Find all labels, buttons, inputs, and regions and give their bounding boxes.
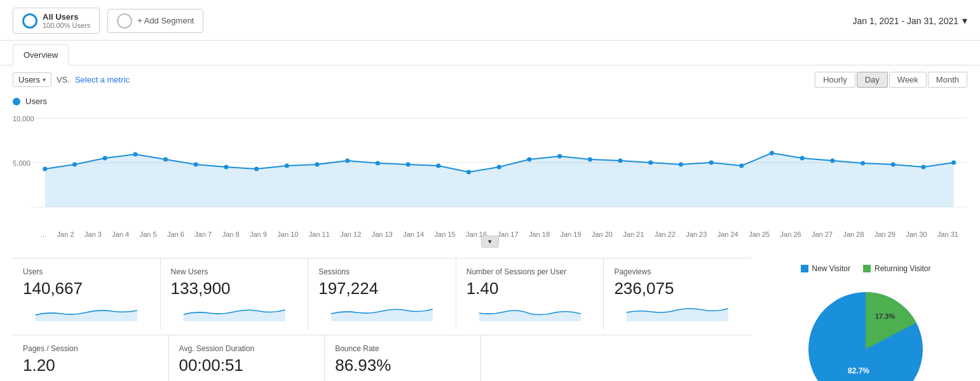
metric-dropdown-label: Users [18,75,40,84]
metric-sessions-value: 197,224 [318,279,446,298]
metric-new-users: New Users 133,900 [161,258,309,330]
pie-legend-returning-visitor: Returning Visitor [863,264,931,273]
svg-point-22 [588,157,592,162]
svg-point-27 [739,164,744,168]
metric-dropdown-caret-icon: ▾ [43,76,46,83]
segment-info: All Users 100.00% Users [43,12,90,29]
metric-pages-session: Pages / Session 1.20 [13,335,169,381]
y-axis-top-label: 10,000 [13,115,34,123]
time-btn-week[interactable]: Week [889,72,927,88]
tabs-bar: Overview [0,41,980,65]
add-segment-button[interactable]: + Add Segment [107,9,203,33]
segment-all-users[interactable]: All Users 100.00% Users [13,8,100,34]
metric-pageviews-value: 236,075 [614,279,741,298]
metrics-row-1: Users 140,667 New Users 133,900 Sessions… [13,258,751,330]
metric-pages-session-label: Pages / Session [23,344,158,353]
sparkline-pageviews [614,302,741,321]
metrics-section: Users 140,667 New Users 133,900 Sessions… [0,248,980,381]
returning-visitor-legend-label: Returning Visitor [875,264,931,273]
segment-circle-icon [22,13,37,29]
metrics-row-2: Pages / Session 1.20 Avg. Session Durati… [13,335,751,381]
new-visitor-legend-icon [801,265,808,272]
time-btn-day[interactable]: Day [857,72,888,88]
svg-point-9 [194,163,198,167]
svg-point-30 [830,159,834,163]
sparkline-sessions-per-user [466,302,594,321]
svg-point-20 [527,157,531,162]
users-legend-dot-icon [13,98,20,105]
svg-point-23 [618,159,622,163]
chart-svg: 5,000 [13,109,967,217]
svg-text:82.7%: 82.7% [848,366,869,375]
metric-new-users-value: 133,900 [171,279,298,298]
metric-sessions: Sessions 197,224 [308,258,456,330]
tab-overview[interactable]: Overview [13,44,69,65]
metrics-left: Users 140,667 New Users 133,900 Sessions… [13,258,751,381]
metric-users-label: Users [23,267,150,276]
chart-area: Users 10,000 5,000 [0,97,980,248]
metric-pageviews: Pageviews 236,075 [604,258,751,330]
svg-point-26 [709,161,714,165]
svg-point-32 [891,163,895,167]
svg-point-8 [163,157,168,162]
svg-point-31 [861,161,865,166]
svg-point-4 [43,167,47,171]
new-visitor-legend-label: New Visitor [812,264,850,273]
pie-legend-new-visitor: New Visitor [801,264,850,273]
add-segment-label: + Add Segment [137,16,194,25]
svg-point-25 [679,163,683,167]
metric-new-users-label: New Users [171,267,298,276]
pie-chart: 82.7% 17.3% [796,279,936,381]
metric-sessions-per-user-label: Number of Sessions per User [466,267,594,276]
select-metric-button[interactable]: Select a metric [75,75,130,84]
svg-point-24 [648,161,653,165]
metric-users-value: 140,667 [23,279,150,298]
segment-name: All Users [43,12,90,22]
svg-point-18 [466,170,471,175]
pie-chart-section: New Visitor Returning Visitor [751,258,967,381]
svg-point-11 [254,167,259,171]
sparkline-sessions [318,302,446,321]
pie-svg: 82.7% 17.3% [796,279,936,381]
date-caret-icon: ▾ [962,15,967,27]
time-btn-hourly[interactable]: Hourly [815,72,855,88]
svg-text:17.3%: 17.3% [875,312,895,320]
users-legend-label: Users [25,97,47,106]
svg-point-29 [800,156,805,161]
svg-point-28 [770,151,774,156]
metric-sessions-per-user: Number of Sessions per User 1.40 [456,258,604,330]
svg-point-19 [497,165,501,170]
svg-point-15 [376,161,380,166]
date-range-selector[interactable]: Jan 1, 2021 - Jan 31, 2021 ▾ [852,15,967,27]
metric-sessions-per-user-value: 1.40 [466,279,594,298]
svg-point-6 [103,156,107,161]
metric-users: Users 140,667 [13,258,161,330]
metrics-spacer [481,335,751,381]
time-buttons-group: Hourly Day Week Month [815,72,967,88]
svg-point-34 [951,161,956,165]
metric-dropdown[interactable]: Users ▾ [13,72,51,87]
chart-wrapper: 10,000 5,000 [13,109,967,229]
metric-avg-session-duration-label: Avg. Session Duration [179,344,315,353]
metric-sessions-label: Sessions [318,267,446,276]
add-segment-circle-icon [117,13,132,29]
metric-avg-session-duration-value: 00:00:51 [179,356,315,375]
svg-point-12 [285,164,289,168]
svg-point-17 [436,164,440,168]
scroll-arrow-icon[interactable]: ▾ [481,236,499,248]
svg-point-13 [315,163,319,167]
svg-point-21 [557,154,562,159]
time-btn-month[interactable]: Month [928,72,967,88]
svg-point-7 [133,152,137,157]
sparkline-new-users [171,302,298,321]
segments-area: All Users 100.00% Users + Add Segment [13,8,203,34]
svg-point-10 [224,165,228,170]
svg-point-33 [921,165,925,170]
svg-text:5,000: 5,000 [13,159,31,167]
metric-pages-session-value: 1.20 [23,356,158,375]
pie-legend: New Visitor Returning Visitor [801,264,931,273]
metric-pageviews-label: Pageviews [614,267,741,276]
metric-bounce-rate-value: 86.93% [335,356,470,375]
sparkline-users [23,302,150,321]
svg-point-5 [72,163,77,167]
